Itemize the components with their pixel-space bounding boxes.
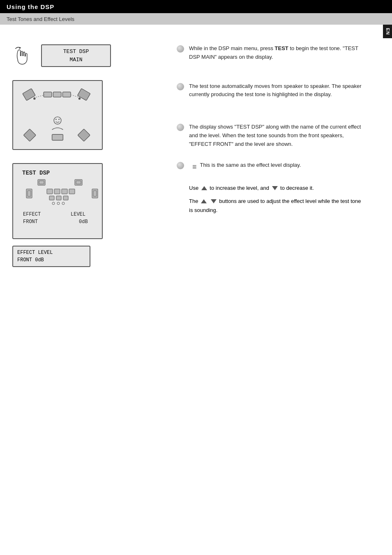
svg-text:EFFECT: EFFECT: [23, 212, 41, 217]
svg-rect-31: [49, 196, 54, 200]
lcd-effect-line1: EFFECT LEVEL: [17, 249, 85, 256]
svg-rect-23: [26, 189, 32, 198]
instruction-line2: The buttons are used to adjust the effec…: [189, 197, 363, 215]
step2-description: The test tone automatically moves from s…: [177, 82, 363, 99]
svg-text:LEVEL: LEVEL: [71, 212, 85, 217]
arrow-down-icon: [272, 186, 278, 190]
step3-description: The display shows "TEST DSP" along with …: [177, 123, 363, 148]
step3-bullet: [177, 124, 184, 131]
svg-rect-15: [52, 134, 63, 140]
step1-bullet: [177, 45, 184, 53]
arrow-up-icon2: [201, 199, 207, 203]
step4-text: This is the same as the effect level dis…: [200, 161, 301, 170]
svg-point-10: [78, 97, 81, 99]
lcd-main-line2: MAIN: [46, 56, 106, 64]
step2-bullet: [177, 83, 184, 90]
svg-point-8: [33, 97, 35, 99]
arrow-down-icon2: [211, 199, 217, 203]
lcd-dsp-display: TEST DSP: [12, 163, 103, 239]
touch-area: [12, 46, 33, 66]
main-content: TEST DSP MAIN: [0, 28, 392, 283]
step2-row: [12, 80, 164, 150]
svg-rect-4: [53, 92, 61, 97]
svg-rect-33: [63, 196, 68, 200]
step4-bullet: [177, 162, 184, 169]
svg-rect-25: [92, 189, 98, 198]
svg-point-13: [58, 119, 60, 120]
right-column: While in the DSP main menu, press TEST t…: [164, 36, 376, 275]
step4-description: ≡ This is the same as the effect level d…: [177, 161, 363, 171]
svg-rect-30: [69, 189, 75, 194]
lcd-effect-line2: FRONT 0dB: [17, 256, 85, 264]
svg-text:FRONT: FRONT: [23, 219, 38, 225]
svg-rect-17: [17, 166, 103, 239]
header-title: Using the DSP: [7, 3, 54, 10]
svg-rect-5: [62, 92, 71, 97]
step1-description: While in the DSP main menu, press TEST t…: [177, 44, 363, 62]
equals-sign: ≡: [192, 163, 197, 171]
step3-text: The display shows "TEST DSP" along with …: [189, 123, 363, 148]
touch-icon: [12, 46, 33, 66]
lcd-effect-display: EFFECT LEVEL FRONT 0dB: [12, 246, 90, 267]
step1-row: TEST DSP MAIN: [12, 44, 164, 67]
step4-row: EFFECT LEVEL FRONT 0dB: [12, 246, 164, 267]
svg-text:TEST DSP: TEST DSP: [22, 170, 50, 176]
speaker-layout-diagram: [12, 80, 103, 150]
instruction-block: Use to increase the level, and to decrea…: [177, 184, 363, 215]
svg-rect-3: [44, 92, 52, 97]
step2-text: The test tone automatically moves from s…: [189, 82, 363, 99]
sub-header: Test Tones and Effect Levels: [0, 13, 392, 25]
instruction-line1: Use to increase the level, and to decrea…: [189, 184, 363, 193]
sub-header-text: Test Tones and Effect Levels: [7, 16, 74, 22]
step1-text: While in the DSP main menu, press TEST t…: [189, 44, 363, 62]
dsp-svg: TEST DSP: [17, 166, 103, 239]
top-header: Using the DSP: [0, 0, 392, 13]
svg-rect-29: [62, 189, 67, 194]
svg-rect-28: [54, 189, 60, 194]
lcd-main-line1: TEST DSP: [46, 48, 106, 56]
speaker-svg: [17, 83, 98, 147]
svg-rect-27: [47, 189, 53, 194]
svg-text:0dB: 0dB: [79, 219, 88, 225]
arrow-up-icon: [201, 186, 207, 190]
svg-rect-32: [56, 196, 61, 200]
left-column: TEST DSP MAIN: [12, 36, 164, 275]
step3-row: TEST DSP: [12, 163, 164, 239]
lcd-main-display: TEST DSP MAIN: [41, 44, 111, 67]
svg-point-12: [55, 119, 57, 120]
